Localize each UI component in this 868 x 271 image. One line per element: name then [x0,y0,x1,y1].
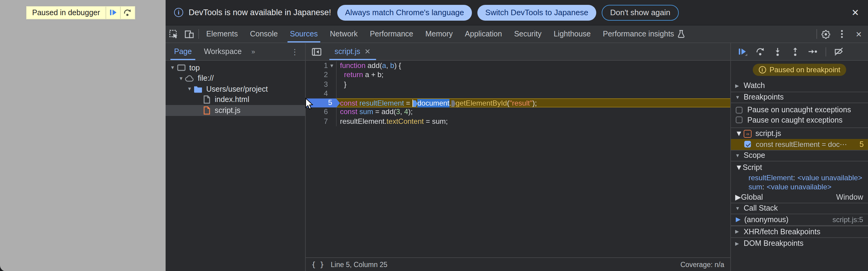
line-number[interactable]: 4 [324,89,328,99]
code-line[interactable]: 1▼function add(a, b) { [305,61,730,71]
tab-performance[interactable]: Performance [364,26,419,42]
line-number-gutter[interactable]: 6 [305,108,336,117]
tree-item-project-folder[interactable]: ▼ Users/user/project [165,84,305,94]
dont-show-again-button[interactable]: Don't show again [602,5,679,20]
line-number[interactable]: 7 [324,117,328,126]
line-number-gutter[interactable]: 4 [305,89,336,99]
line-number[interactable]: 3 [324,80,328,89]
code-line-content[interactable]: } [336,80,730,89]
tab-elements[interactable]: Elements [200,26,244,42]
navigator-menu-button[interactable]: ⋮ [285,47,305,56]
token-sel: document [417,99,449,108]
tab-application[interactable]: Application [459,26,508,42]
token-plain: } [340,80,346,88]
fold-caret-icon[interactable]: ▼ [328,61,336,71]
execution-line-badge[interactable]: 5 [305,98,340,108]
scope-script-group[interactable]: ▼ Script [731,161,868,173]
section-breakpoints[interactable]: ▼ Breakpoints [731,91,868,103]
tree-item-top[interactable]: ▼ top [165,62,305,73]
line-number[interactable]: 6 [324,108,328,117]
infobar-close-button[interactable]: ✕ [848,7,862,18]
expand-caret-icon[interactable]: ▼ [186,87,193,92]
scope-global-group[interactable]: ▶ Global Window [731,192,868,203]
resume-script-button[interactable] [105,6,120,19]
tab-memory[interactable]: Memory [420,26,459,42]
section-watch[interactable]: ▶ Watch [731,80,868,91]
uncaught-exceptions-checkbox[interactable] [736,107,742,114]
code-line-content[interactable] [336,89,730,99]
code-line[interactable]: 6const sum = add(3, 4); [305,108,730,117]
code-line[interactable]: 3 } [305,80,730,89]
deactivate-breakpoints-button[interactable] [834,47,844,56]
pause-uncaught-exceptions-row[interactable]: Pause on uncaught exceptions [731,105,868,115]
section-call-stack[interactable]: ▼ Call Stack [731,203,868,214]
token-num: 3 [396,108,400,116]
code-line-content[interactable]: resultElement.textContent = sum; [336,117,730,126]
code-line[interactable]: 55const resultElement = document.getElem… [305,98,730,108]
device-toolbar-button[interactable] [181,26,197,42]
code-line-content[interactable]: const sum = add(3, 4); [336,108,730,117]
editor-tabstrip: script.js ✕ [305,43,730,61]
tab-lighthouse[interactable]: Lighthouse [548,26,596,42]
line-number-gutter[interactable]: 55 [305,98,336,108]
step-out-button[interactable] [790,47,800,56]
pretty-print-button[interactable]: { } [311,260,324,269]
navigator-tab-page[interactable]: Page [168,43,198,60]
editor-tab-script-js[interactable]: script.js ✕ [329,43,376,60]
expand-caret-icon[interactable]: ▼ [169,65,176,71]
uncaught-exceptions-label: Pause on uncaught exceptions [747,106,851,114]
more-options-button[interactable] [834,26,849,42]
switch-devtools-japanese-button[interactable]: Switch DevTools to Japanese [477,5,596,20]
step-over-button[interactable] [755,47,765,56]
scope-variable-row[interactable]: sum: <value unavailable> [731,182,868,192]
breakpoint-checkbox[interactable] [744,141,751,148]
step-over-button[interactable] [120,6,135,19]
step-button[interactable] [808,47,818,56]
breakpoint-file-group[interactable]: ▼ ‹› script.js [731,127,868,139]
code-editor[interactable]: 1▼function add(a, b) {2 return a + b;3 }… [305,61,730,257]
step-into-button[interactable] [773,47,782,56]
code-line-content[interactable]: const resultElement = document.getElemen… [336,98,730,108]
navigator-tab-workspace[interactable]: Workspace [198,43,248,60]
settings-gear-button[interactable] [818,26,834,42]
more-navigator-tabs-button[interactable]: » [248,48,258,55]
match-chrome-language-button[interactable]: Always match Chrome's language [337,5,472,20]
breakpoint-entry[interactable]: const resultElement = doc⋯ 5 [731,139,868,150]
token-def: resultElement [360,99,404,108]
line-number-gutter[interactable]: 2 [305,71,336,80]
resume-button[interactable] [738,47,747,56]
tab-sources[interactable]: Sources [284,26,324,42]
devtools-close-button[interactable]: ✕ [849,26,868,42]
editor-tab-close-icon[interactable]: ✕ [365,47,371,56]
line-number[interactable]: 2 [324,71,328,80]
section-scope[interactable]: ▼ Scope [731,150,868,161]
tree-item-script-js[interactable]: script.js [165,105,305,116]
page-underlay: Paused in debugger [0,0,165,271]
pause-caught-exceptions-row[interactable]: Pause on caught exceptions [731,115,868,125]
tree-item-file-protocol[interactable]: ▼ file:// [165,73,305,84]
token-plain: = add( [373,108,396,116]
line-number-gutter[interactable]: 1▼ [305,61,336,71]
line-number-gutter[interactable]: 3 [305,80,336,89]
tab-performance-insights[interactable]: Performance insights [597,26,691,42]
inspect-element-button[interactable] [165,26,181,42]
section-dom-breakpoints[interactable]: ▶ DOM Breakpoints [731,237,868,249]
tab-network[interactable]: Network [324,26,364,42]
call-stack-frame[interactable]: (anonymous) script.js:5 [731,214,868,225]
scope-variable-row[interactable]: resultElement: <value unavailable> [731,173,868,182]
code-line-content[interactable]: return a + b; [336,71,730,80]
code-line[interactable]: 7resultElement.textContent = sum; [305,117,730,126]
paused-status-label: Paused on breakpoint [769,65,840,74]
code-line-content[interactable]: function add(a, b) { [336,61,730,71]
caught-exceptions-checkbox[interactable] [736,117,742,123]
tab-console[interactable]: Console [244,26,284,42]
tab-security[interactable]: Security [508,26,548,42]
tree-item-index-html[interactable]: index.html [165,94,305,105]
code-line[interactable]: 2 return a + b; [305,71,730,80]
code-line[interactable]: 4 [305,89,730,99]
hide-navigator-button[interactable] [308,48,324,56]
section-xhr-breakpoints[interactable]: ▶ XHR/fetch Breakpoints [731,225,868,237]
line-number-gutter[interactable]: 7 [305,117,336,126]
expand-caret-icon[interactable]: ▼ [178,76,184,81]
line-number[interactable]: 1 [324,61,328,71]
